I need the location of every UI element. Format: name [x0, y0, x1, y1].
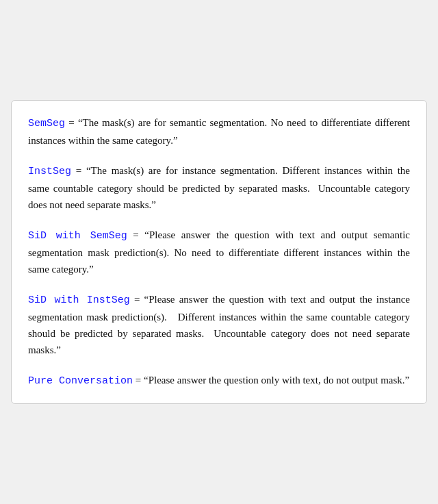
definition-entry-sid-instseg: SiD with InstSeg = “Please answer the qu…	[28, 291, 410, 358]
definition-entry-pure-conversation: Pure Conversation = “Please answer the q…	[28, 372, 410, 390]
term-pure-conversation: Pure Conversation	[28, 375, 133, 387]
definition-entry-sem-seg: SemSeg = “The mask(s) are for semantic s…	[28, 114, 410, 149]
term-sem-seg: SemSeg	[28, 118, 65, 129]
definitions-card: SemSeg = “The mask(s) are for semantic s…	[11, 100, 427, 404]
definition-text-sem-seg: = “The mask(s) are for semantic segmenta…	[28, 117, 410, 146]
definition-text-pure-conversation: = “Please answer the question only with …	[133, 375, 409, 386]
definition-entry-sid-semseg: SiD with SemSeg = “Please answer the que…	[28, 227, 410, 277]
definition-text-inst-seg: = “The mask(s) are for instance segmenta…	[28, 165, 410, 210]
term-sid-instseg: SiD with InstSeg	[28, 294, 130, 306]
definition-entry-inst-seg: InstSeg = “The mask(s) are for instance …	[28, 162, 410, 213]
term-inst-seg: InstSeg	[28, 166, 71, 177]
term-sid-semseg: SiD with SemSeg	[28, 230, 127, 242]
